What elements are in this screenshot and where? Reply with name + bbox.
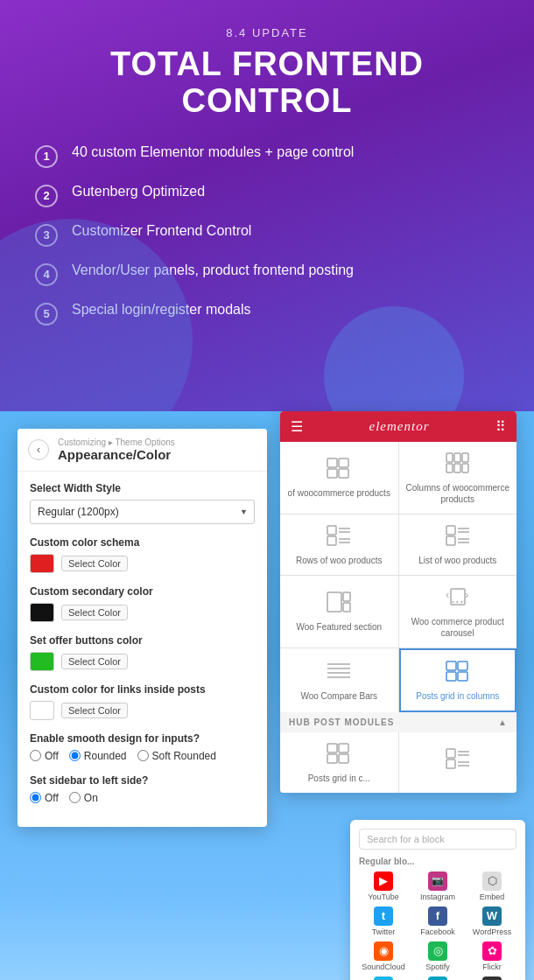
grid-item-woo-list[interactable]: List of woo products [399,514,517,575]
width-style-group: Select Width Style Regular (1200px) [30,482,255,524]
social-vimeo[interactable]: v Vimeo [359,976,408,980]
woo-list-icon [446,525,470,550]
offer-btn-label: Set offer buttons color [30,634,255,647]
links-color-row: Select Color [30,701,255,720]
svg-rect-22 [327,592,341,612]
customizer-body: Select Width Style Regular (1200px) Cust… [18,472,267,827]
elementor-bottom-grid: Posts grid in c... [280,732,516,793]
toggle-off-text: Off [45,792,59,804]
grid-item-woo-columns[interactable]: Columns of woocommerce products [399,442,517,514]
svg-rect-24 [343,603,350,612]
social-youtube[interactable]: ▶ YouTube [359,872,408,901]
twitter-icon: t [374,906,393,926]
social-embed[interactable]: ⬡ Embed [467,872,516,901]
elementor-title: elementor [369,419,430,434]
social-animoto[interactable]: ◈ Animoto [413,976,462,980]
feature-item-2: 2 Gutenberg Optimized [35,184,499,207]
toggle-off-label[interactable]: Off [30,792,59,804]
feature-num-3: 3 [35,224,58,247]
feature-item-4: 4 Vendor/User panels, product frontend p… [35,262,499,286]
secondary-color-button[interactable]: Select Color [61,605,128,620]
grid-item-woo-grid[interactable]: of woocommerce products [280,442,398,514]
grid-item-woo-featured[interactable]: Woo Featured section [280,576,398,648]
feature-num-4: 4 [35,263,58,286]
feature-text-1: 40 custom Elementor modules + page contr… [72,144,354,160]
feature-item-1: 1 40 custom Elementor modules + page con… [35,144,499,168]
grid-item-woo-rows[interactable]: Rows of woo products [280,514,398,575]
radio-soft[interactable] [137,750,149,761]
svg-rect-41 [446,749,455,758]
feature-item-5: 5 Special login/register modals [35,302,499,326]
radio-soft-label[interactable]: Soft Rounded [137,750,216,762]
width-style-select-wrap: Regular (1200px) [30,500,255,524]
radio-off-label[interactable]: Off [30,750,59,762]
feature-text-3: Customizer Frontend Control [72,223,251,239]
feature-list: 1 40 custom Elementor modules + page con… [35,144,499,326]
width-style-select[interactable]: Regular (1200px) [30,500,255,524]
sidebar-label: Set sidebar to left side? [30,774,255,787]
grid-item-posts-grid[interactable]: Posts grid in columns [399,648,517,712]
facebook-icon: f [428,906,447,926]
color-schema-button[interactable]: Select Color [61,556,128,571]
grid-icon[interactable]: ⠿ [495,418,506,435]
elementor-topbar: ☰ elementor ⠿ [280,411,516,442]
youtube-label: YouTube [368,892,398,901]
hamburger-icon[interactable]: ☰ [291,418,303,435]
secondary-color-swatch [30,603,54,622]
social-grid: ▶ YouTube 📷 Instagram ⬡ Embed t Twitter … [359,872,516,980]
search-for-block-label: Search for a block [359,829,516,850]
links-color-swatch [30,701,54,720]
woo-featured-label: Woo Featured section [296,621,382,633]
breadcrumb: Customizing ▸ Theme Options [58,438,175,447]
svg-rect-13 [327,536,336,545]
social-cloudup[interactable]: ☁ Cloudup [467,976,516,980]
links-color-group: Custom color for links inside posts Sele… [30,683,255,720]
svg-rect-35 [446,672,456,681]
smooth-design-group: Enable smooth design for inputs? Off Rou… [30,732,255,762]
grid-item-posts-grid2[interactable]: Posts grid in c... [280,732,398,793]
svg-rect-40 [339,754,348,763]
woo-compare-label: Woo Compare Bars [300,690,377,702]
elementor-grid: of woocommerce products Columns of wooco… [280,442,516,712]
woo-rows-icon [327,525,351,550]
social-flickr[interactable]: ✿ Flickr [467,942,516,971]
flickr-label: Flickr [482,962,502,971]
svg-rect-33 [446,662,456,670]
embed-icon: ⬡ [482,872,502,891]
collapse-icon[interactable]: ▲ [498,718,508,727]
toggle-off[interactable] [30,792,41,803]
grid-item-woo-carousel[interactable]: ‹›• • • Woo commerce product carousel [399,576,517,648]
social-spotify[interactable]: ◎ Spotify [413,942,462,971]
social-instagram[interactable]: 📷 Instagram [413,872,462,901]
toggle-on[interactable] [69,792,81,803]
social-twitter[interactable]: t Twitter [359,906,408,936]
svg-rect-37 [327,744,337,752]
grid-item-posts-list[interactable] [399,732,517,793]
radio-off[interactable] [30,750,41,761]
links-color-button[interactable]: Select Color [61,703,128,718]
svg-rect-5 [454,453,460,462]
social-wordpress[interactable]: W WordPress [467,906,516,936]
offer-btn-button[interactable]: Select Color [61,654,128,669]
feature-num-2: 2 [35,185,58,207]
toggle-on-label[interactable]: On [69,792,98,804]
radio-rounded[interactable] [69,750,81,761]
svg-rect-7 [446,464,453,472]
search-panel: Search for a block Regular blo... ▶ YouT… [350,820,525,980]
svg-rect-39 [327,754,337,763]
back-button[interactable]: ‹ [28,439,49,460]
grid-item-woo-compare[interactable]: Woo Compare Bars [280,648,398,712]
radio-rounded-label[interactable]: Rounded [69,750,127,762]
feature-num-1: 1 [35,145,58,168]
animoto-icon: ◈ [428,976,447,980]
social-facebook[interactable]: f Facebook [413,906,462,936]
svg-rect-6 [462,453,468,462]
posts-grid2-icon [327,743,351,767]
width-style-label: Select Width Style [30,482,255,494]
svg-rect-23 [343,592,350,601]
social-soundcloud[interactable]: ◉ SoundCloud [359,942,408,971]
svg-rect-0 [327,458,337,467]
elementor-panel: ☰ elementor ⠿ of woocommerce products Co… [280,411,516,793]
color-schema-group: Custom color schema Select Color [30,536,255,573]
secondary-color-row: Select Color [30,603,255,622]
